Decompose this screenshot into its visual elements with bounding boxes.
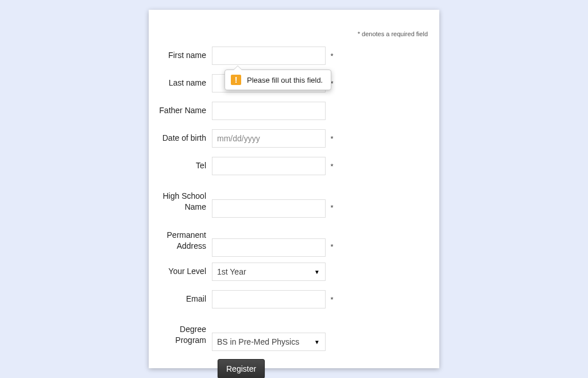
dob-input[interactable] — [212, 129, 326, 148]
father-name-input[interactable] — [212, 102, 326, 120]
high-school-input[interactable] — [212, 199, 326, 218]
label-tel: Tel — [159, 160, 212, 172]
required-star: * — [328, 242, 336, 257]
tel-input[interactable] — [212, 157, 326, 175]
label-level: Your Level — [159, 266, 212, 277]
row-first-name: First name ! Please fill out this field.… — [159, 43, 439, 68]
required-star: * — [328, 295, 336, 304]
level-select[interactable]: 1st Year — [212, 263, 326, 281]
label-last-name: Last name — [159, 78, 212, 89]
row-address: Permanent Address * — [159, 220, 439, 257]
row-high-school: High School Name * — [159, 181, 439, 218]
row-tel: Tel * — [159, 153, 439, 179]
row-father-name: Father Name — [159, 98, 439, 124]
degree-select[interactable]: BS in Pre-Med Physics — [212, 333, 326, 351]
label-dob: Date of birth — [159, 133, 212, 144]
row-level: Your Level 1st Year ▼ — [159, 259, 439, 284]
label-degree: Degree Program — [159, 324, 212, 351]
label-email: Email — [159, 294, 212, 305]
required-note: * denotes a required field — [358, 30, 428, 37]
address-input[interactable] — [212, 238, 326, 257]
validation-tooltip: ! Please fill out this field. — [225, 70, 331, 90]
required-star: * — [328, 162, 336, 171]
label-address: Permanent Address — [159, 230, 212, 257]
first-name-input[interactable] — [212, 47, 326, 65]
row-email: Email * — [159, 287, 439, 312]
row-degree: Degree Program BS in Pre-Med Physics ▼ — [159, 314, 439, 351]
warning-icon: ! — [231, 75, 241, 85]
form-card: * denotes a required field First name ! … — [149, 10, 439, 368]
required-star: * — [328, 134, 336, 143]
required-star: * — [328, 203, 336, 218]
label-high-school: High School Name — [159, 191, 212, 218]
required-star: * — [328, 52, 336, 60]
tooltip-text: Please fill out this field. — [247, 76, 323, 84]
row-dob: Date of birth * — [159, 126, 439, 151]
label-father-name: Father Name — [159, 105, 212, 117]
register-button[interactable]: Register — [218, 359, 265, 378]
email-input[interactable] — [212, 290, 326, 308]
label-first-name: First name — [159, 50, 212, 61]
registration-form: First name ! Please fill out this field.… — [149, 43, 439, 378]
